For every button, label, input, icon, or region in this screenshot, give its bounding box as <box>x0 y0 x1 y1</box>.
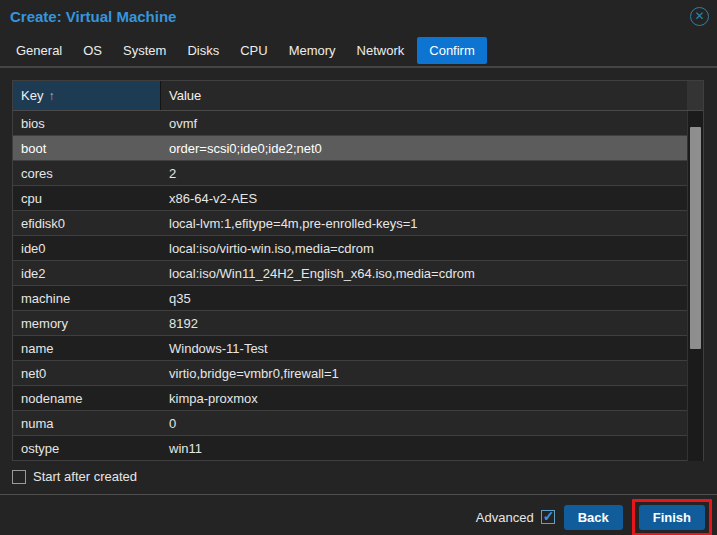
row-key: ostype <box>13 436 161 460</box>
advanced-label: Advanced <box>476 510 534 525</box>
scrollbar-header-corner <box>687 81 703 110</box>
table-row-nodename[interactable]: nodename kimpa-proxmox <box>13 386 687 411</box>
row-value: x86-64-v2-AES <box>161 186 687 210</box>
table-row-ide2[interactable]: ide2 local:iso/Win11_24H2_English_x64.is… <box>13 261 687 286</box>
table-row-cores[interactable]: cores 2 <box>13 161 687 186</box>
tab-disks[interactable]: Disks <box>179 37 227 64</box>
close-icon[interactable]: ✕ <box>690 7 709 26</box>
row-value: q35 <box>161 286 687 310</box>
table-header: Key ↑ Value <box>13 81 703 111</box>
row-value: kimpa-proxmox <box>161 386 687 410</box>
row-key: ide0 <box>13 236 161 260</box>
table-row-ostype[interactable]: ostype win11 <box>13 436 687 461</box>
back-button[interactable]: Back <box>564 505 623 530</box>
row-value: ovmf <box>161 111 687 135</box>
tab-os[interactable]: OS <box>75 37 110 64</box>
row-key: ide2 <box>13 261 161 285</box>
sort-ascending-icon: ↑ <box>48 89 54 103</box>
row-key: net0 <box>13 361 161 385</box>
finish-button[interactable]: Finish <box>639 505 705 530</box>
checkmark-icon: ✓ <box>543 508 555 524</box>
tab-network[interactable]: Network <box>349 37 413 64</box>
table-row-boot[interactable]: boot order=scsi0;ide0;ide2;net0 <box>13 136 687 161</box>
row-value: win11 <box>161 436 687 460</box>
row-value: local-lvm:1,efitype=4m,pre-enrolled-keys… <box>161 211 687 235</box>
row-key: numa <box>13 411 161 435</box>
row-key: efidisk0 <box>13 211 161 235</box>
footer-toolbar: Advanced ✓ Back Finish <box>476 500 712 534</box>
row-key: name <box>13 336 161 360</box>
scrollbar-thumb[interactable] <box>690 127 701 349</box>
row-value: Windows-11-Test <box>161 336 687 360</box>
start-after-created-label: Start after created <box>33 469 137 484</box>
tab-bar: General OS System Disks CPU Memory Netwo… <box>8 37 717 64</box>
column-header-value-label: Value <box>169 88 201 103</box>
row-key: cores <box>13 161 161 185</box>
column-header-key[interactable]: Key ↑ <box>13 81 161 110</box>
row-key: nodename <box>13 386 161 410</box>
row-value: virtio,bridge=vmbr0,firewall=1 <box>161 361 687 385</box>
row-value: 0 <box>161 411 687 435</box>
column-header-value[interactable]: Value <box>161 81 687 110</box>
table-row-net0[interactable]: net0 virtio,bridge=vmbr0,firewall=1 <box>13 361 687 386</box>
confirm-settings-table: Key ↑ Value bios ovmf boot order=scsi0;i… <box>12 80 704 461</box>
tab-underline <box>0 66 717 68</box>
tab-cpu[interactable]: CPU <box>232 37 275 64</box>
row-key: cpu <box>13 186 161 210</box>
table-row-ide0[interactable]: ide0 local:iso/virtio-win.iso,media=cdro… <box>13 236 687 261</box>
start-after-created-checkbox[interactable] <box>12 470 26 484</box>
table-row-efidisk0[interactable]: efidisk0 local-lvm:1,efitype=4m,pre-enro… <box>13 211 687 236</box>
table-row-machine[interactable]: machine q35 <box>13 286 687 311</box>
row-value: 8192 <box>161 311 687 335</box>
tab-memory[interactable]: Memory <box>281 37 344 64</box>
tab-confirm[interactable]: Confirm <box>417 37 487 64</box>
table-body: bios ovmf boot order=scsi0;ide0;ide2;net… <box>13 111 687 461</box>
row-key: memory <box>13 311 161 335</box>
footer-divider <box>0 494 717 495</box>
annotation-highlight: Finish <box>632 499 712 535</box>
scrollbar[interactable] <box>687 111 703 461</box>
row-value: 2 <box>161 161 687 185</box>
row-key: bios <box>13 111 161 135</box>
row-value: local:iso/Win11_24H2_English_x64.iso,med… <box>161 261 687 285</box>
advanced-checkbox[interactable]: ✓ <box>541 510 555 524</box>
row-key: boot <box>13 136 161 160</box>
table-row-name[interactable]: name Windows-11-Test <box>13 336 687 361</box>
row-value: order=scsi0;ide0;ide2;net0 <box>161 136 687 160</box>
row-key: machine <box>13 286 161 310</box>
table-row-bios[interactable]: bios ovmf <box>13 111 687 136</box>
table-row-numa[interactable]: numa 0 <box>13 411 687 436</box>
table-row-memory[interactable]: memory 8192 <box>13 311 687 336</box>
tab-system[interactable]: System <box>115 37 174 64</box>
column-header-key-label: Key <box>21 88 43 103</box>
row-value: local:iso/virtio-win.iso,media=cdrom <box>161 236 687 260</box>
tab-general[interactable]: General <box>8 37 70 64</box>
table-row-cpu[interactable]: cpu x86-64-v2-AES <box>13 186 687 211</box>
dialog-title: Create: Virtual Machine <box>10 8 176 25</box>
